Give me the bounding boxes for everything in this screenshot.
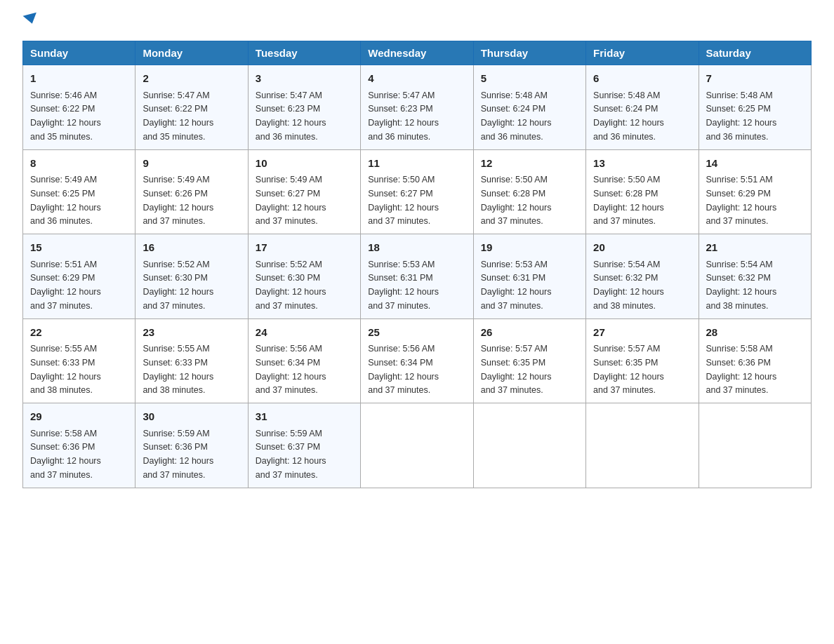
day-info: Sunrise: 5:49 AMSunset: 6:25 PMDaylight:… [30, 175, 101, 226]
calendar-cell: 24 Sunrise: 5:56 AMSunset: 6:34 PMDaylig… [248, 318, 360, 403]
calendar-cell: 18 Sunrise: 5:53 AMSunset: 6:31 PMDaylig… [361, 234, 473, 319]
day-info: Sunrise: 5:52 AMSunset: 6:30 PMDaylight:… [256, 260, 326, 311]
day-number: 1 [30, 71, 128, 87]
weekday-header-tuesday: Tuesday [248, 41, 360, 65]
calendar-cell: 30 Sunrise: 5:59 AMSunset: 6:36 PMDaylig… [135, 403, 248, 488]
day-number: 8 [30, 156, 128, 172]
day-number: 11 [368, 156, 465, 172]
calendar-cell: 17 Sunrise: 5:52 AMSunset: 6:30 PMDaylig… [248, 234, 360, 319]
weekday-header-wednesday: Wednesday [361, 41, 473, 65]
logo-triangle-icon [23, 13, 39, 26]
calendar-cell: 12 Sunrise: 5:50 AMSunset: 6:28 PMDaylig… [473, 149, 585, 234]
day-info: Sunrise: 5:57 AMSunset: 6:35 PMDaylight:… [593, 344, 664, 395]
day-number: 14 [706, 156, 804, 172]
day-info: Sunrise: 5:52 AMSunset: 6:30 PMDaylight:… [143, 260, 213, 311]
day-number: 25 [368, 325, 465, 341]
calendar-cell: 3 Sunrise: 5:47 AMSunset: 6:23 PMDayligh… [248, 65, 360, 150]
calendar-cell: 29 Sunrise: 5:58 AMSunset: 6:36 PMDaylig… [23, 403, 135, 488]
calendar-cell: 16 Sunrise: 5:52 AMSunset: 6:30 PMDaylig… [135, 234, 248, 319]
day-number: 15 [30, 240, 128, 256]
weekday-header-sunday: Sunday [23, 41, 135, 65]
calendar-cell [586, 403, 699, 488]
day-info: Sunrise: 5:47 AMSunset: 6:23 PMDaylight:… [368, 90, 439, 142]
day-number: 22 [30, 325, 128, 341]
weekday-header-saturday: Saturday [699, 41, 811, 65]
page-header [22, 17, 812, 27]
calendar-cell: 13 Sunrise: 5:50 AMSunset: 6:28 PMDaylig… [586, 149, 699, 234]
day-info: Sunrise: 5:53 AMSunset: 6:31 PMDaylight:… [481, 260, 552, 311]
day-number: 12 [481, 156, 578, 172]
weekday-header-row: SundayMondayTuesdayWednesdayThursdayFrid… [23, 41, 812, 65]
day-number: 27 [593, 325, 691, 341]
calendar-cell: 6 Sunrise: 5:48 AMSunset: 6:24 PMDayligh… [586, 65, 699, 150]
day-number: 2 [143, 71, 240, 87]
calendar-cell: 4 Sunrise: 5:47 AMSunset: 6:23 PMDayligh… [361, 65, 473, 150]
day-number: 23 [143, 325, 240, 341]
calendar-cell: 26 Sunrise: 5:57 AMSunset: 6:35 PMDaylig… [473, 318, 585, 403]
day-info: Sunrise: 5:59 AMSunset: 6:36 PMDaylight:… [143, 429, 213, 480]
calendar-cell: 14 Sunrise: 5:51 AMSunset: 6:29 PMDaylig… [699, 149, 811, 234]
day-info: Sunrise: 5:56 AMSunset: 6:34 PMDaylight:… [368, 344, 439, 395]
day-number: 4 [368, 71, 465, 87]
day-number: 7 [706, 71, 804, 87]
calendar-cell [473, 403, 585, 488]
calendar-cell: 25 Sunrise: 5:56 AMSunset: 6:34 PMDaylig… [361, 318, 473, 403]
day-number: 30 [143, 409, 240, 425]
day-info: Sunrise: 5:50 AMSunset: 6:27 PMDaylight:… [368, 175, 439, 226]
day-info: Sunrise: 5:53 AMSunset: 6:31 PMDaylight:… [368, 260, 439, 311]
calendar-cell: 27 Sunrise: 5:57 AMSunset: 6:35 PMDaylig… [586, 318, 699, 403]
calendar-week-row: 8 Sunrise: 5:49 AMSunset: 6:25 PMDayligh… [23, 149, 812, 234]
calendar-cell: 23 Sunrise: 5:55 AMSunset: 6:33 PMDaylig… [135, 318, 248, 403]
day-info: Sunrise: 5:57 AMSunset: 6:35 PMDaylight:… [481, 344, 552, 395]
calendar-cell: 9 Sunrise: 5:49 AMSunset: 6:26 PMDayligh… [135, 149, 248, 234]
day-info: Sunrise: 5:58 AMSunset: 6:36 PMDaylight:… [706, 344, 777, 395]
day-info: Sunrise: 5:51 AMSunset: 6:29 PMDaylight:… [706, 175, 777, 226]
day-number: 24 [256, 325, 353, 341]
day-info: Sunrise: 5:55 AMSunset: 6:33 PMDaylight:… [143, 344, 213, 395]
day-info: Sunrise: 5:48 AMSunset: 6:25 PMDaylight:… [706, 90, 777, 142]
day-info: Sunrise: 5:50 AMSunset: 6:28 PMDaylight:… [481, 175, 552, 226]
calendar-cell: 7 Sunrise: 5:48 AMSunset: 6:25 PMDayligh… [699, 65, 811, 150]
day-info: Sunrise: 5:56 AMSunset: 6:34 PMDaylight:… [256, 344, 326, 395]
calendar-cell: 8 Sunrise: 5:49 AMSunset: 6:25 PMDayligh… [23, 149, 135, 234]
day-number: 6 [593, 71, 691, 87]
calendar-cell: 5 Sunrise: 5:48 AMSunset: 6:24 PMDayligh… [473, 65, 585, 150]
day-info: Sunrise: 5:54 AMSunset: 6:32 PMDaylight:… [706, 260, 777, 311]
day-info: Sunrise: 5:55 AMSunset: 6:33 PMDaylight:… [30, 344, 101, 395]
day-info: Sunrise: 5:49 AMSunset: 6:27 PMDaylight:… [256, 175, 326, 226]
calendar-cell: 22 Sunrise: 5:55 AMSunset: 6:33 PMDaylig… [23, 318, 135, 403]
day-number: 31 [256, 409, 353, 425]
day-info: Sunrise: 5:47 AMSunset: 6:22 PMDaylight:… [143, 90, 213, 142]
calendar-cell: 31 Sunrise: 5:59 AMSunset: 6:37 PMDaylig… [248, 403, 360, 488]
calendar-week-row: 29 Sunrise: 5:58 AMSunset: 6:36 PMDaylig… [23, 403, 812, 488]
day-number: 16 [143, 240, 240, 256]
weekday-header-friday: Friday [586, 41, 699, 65]
day-info: Sunrise: 5:59 AMSunset: 6:37 PMDaylight:… [256, 429, 326, 480]
day-number: 18 [368, 240, 465, 256]
day-info: Sunrise: 5:47 AMSunset: 6:23 PMDaylight:… [256, 90, 326, 142]
day-info: Sunrise: 5:48 AMSunset: 6:24 PMDaylight:… [593, 90, 664, 142]
day-info: Sunrise: 5:51 AMSunset: 6:29 PMDaylight:… [30, 260, 101, 311]
calendar-cell: 28 Sunrise: 5:58 AMSunset: 6:36 PMDaylig… [699, 318, 811, 403]
day-info: Sunrise: 5:46 AMSunset: 6:22 PMDaylight:… [30, 90, 101, 142]
day-number: 20 [593, 240, 691, 256]
day-number: 17 [256, 240, 353, 256]
weekday-header-monday: Monday [135, 41, 248, 65]
calendar-week-row: 1 Sunrise: 5:46 AMSunset: 6:22 PMDayligh… [23, 65, 812, 150]
day-number: 10 [256, 156, 353, 172]
day-info: Sunrise: 5:50 AMSunset: 6:28 PMDaylight:… [593, 175, 664, 226]
calendar-cell: 1 Sunrise: 5:46 AMSunset: 6:22 PMDayligh… [23, 65, 135, 150]
calendar-cell: 11 Sunrise: 5:50 AMSunset: 6:27 PMDaylig… [361, 149, 473, 234]
day-info: Sunrise: 5:54 AMSunset: 6:32 PMDaylight:… [593, 260, 664, 311]
day-number: 21 [706, 240, 804, 256]
calendar-cell: 10 Sunrise: 5:49 AMSunset: 6:27 PMDaylig… [248, 149, 360, 234]
calendar-cell: 19 Sunrise: 5:53 AMSunset: 6:31 PMDaylig… [473, 234, 585, 319]
day-info: Sunrise: 5:48 AMSunset: 6:24 PMDaylight:… [481, 90, 552, 142]
calendar-cell [699, 403, 811, 488]
calendar-cell: 21 Sunrise: 5:54 AMSunset: 6:32 PMDaylig… [699, 234, 811, 319]
day-info: Sunrise: 5:49 AMSunset: 6:26 PMDaylight:… [143, 175, 213, 226]
calendar-week-row: 22 Sunrise: 5:55 AMSunset: 6:33 PMDaylig… [23, 318, 812, 403]
day-number: 13 [593, 156, 691, 172]
calendar-table: SundayMondayTuesdayWednesdayThursdayFrid… [22, 41, 812, 488]
calendar-cell: 2 Sunrise: 5:47 AMSunset: 6:22 PMDayligh… [135, 65, 248, 150]
